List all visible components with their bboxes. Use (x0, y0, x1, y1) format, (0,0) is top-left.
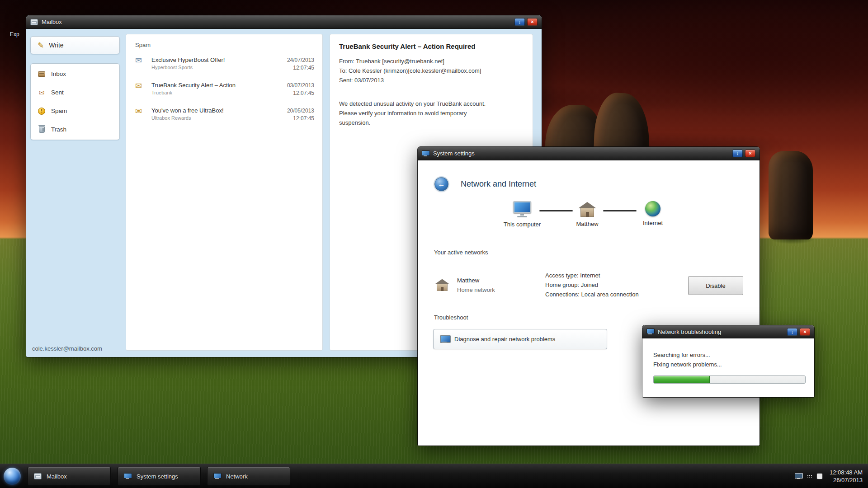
email-text: Exclusive HyperBoost Offer! Hyperboost S… (151, 56, 287, 70)
folder-list: Inbox ✉ Sent ! Spam Trash (30, 63, 120, 140)
minimize-button[interactable]: ↓ (732, 150, 743, 157)
settings-task-icon (124, 473, 132, 479)
house-icon (578, 201, 596, 217)
network-access-type: Access type: Internet (545, 271, 639, 280)
troubleshooter-status: Searching for errors... Fixing network p… (653, 350, 722, 369)
system-settings-window: System settings ↓ × ← Network and Intern… (418, 147, 760, 446)
window-controls: ↓ × (514, 18, 538, 26)
sidebar-item-sent[interactable]: ✉ Sent (31, 83, 119, 102)
network-kind: Home network (457, 285, 495, 295)
computer-icon (512, 201, 533, 218)
spam-icon: ! (38, 108, 46, 115)
map-node-label: Matthew (576, 221, 598, 227)
email-time: 12:07:45 (287, 64, 314, 72)
mailbox-titlebar[interactable]: Mailbox ↓ × (26, 15, 542, 29)
desktop-icon-label[interactable]: Exp (10, 31, 19, 38)
clock-date: 26/07/2013 (830, 476, 863, 484)
reader-subject: TrueBank Security Alert – Action Require… (339, 42, 524, 50)
sidebar-item-inbox[interactable]: Inbox (31, 65, 119, 83)
sidebar-item-spam[interactable]: ! Spam (31, 102, 119, 120)
minimize-button[interactable]: ↓ (514, 18, 525, 26)
reader-to: To: Cole Kessler (krimzon)[cole.kessler@… (339, 66, 524, 75)
taskbar-item-label: Network (226, 473, 248, 480)
map-node-label: This computer (504, 221, 541, 228)
list-folder-header: Spam (126, 34, 322, 54)
reader-sent: Sent: 03/07/2013 (339, 75, 524, 85)
network-name: Matthew (457, 276, 495, 285)
tray-network-icon[interactable] (795, 473, 802, 479)
map-node-label: Internet (643, 220, 663, 226)
taskbar-item-mailbox[interactable]: Mailbox (28, 467, 111, 486)
window-controls: ↓ × (787, 328, 810, 336)
envelope-open-icon: ✉ (135, 82, 151, 90)
mailbox-window-title: Mailbox (42, 19, 62, 25)
settings-titlebar[interactable]: System settings ↓ × (418, 147, 760, 160)
close-button[interactable]: × (745, 150, 755, 157)
back-button[interactable]: ← (434, 177, 448, 191)
email-row[interactable]: ✉ You've won a free UltraBox! Ultrabox R… (126, 104, 322, 130)
sent-icon: ✉ (38, 89, 46, 96)
settings-app-icon (422, 150, 429, 157)
close-button[interactable]: × (527, 18, 538, 26)
write-button[interactable]: ✎ Write (30, 36, 120, 54)
reader-body: We detected unusual activity on your Tru… (339, 99, 498, 127)
trash-icon (38, 126, 46, 133)
diagnose-button-label: Diagnose and repair network problems (454, 336, 555, 343)
map-node-home-network[interactable]: Matthew (560, 201, 614, 227)
mailbox-task-icon (34, 473, 42, 479)
tray-icons (795, 473, 822, 479)
system-tray: 12:08:48 AM 26/07/2013 (795, 464, 863, 488)
map-node-internet[interactable]: Internet (626, 201, 680, 226)
network-house-icon (435, 278, 449, 291)
email-subject: TrueBank Security Alert – Action (151, 82, 287, 89)
inbox-icon (38, 71, 46, 77)
page-title: Network and Internet (461, 179, 536, 189)
map-node-this-computer[interactable]: This computer (495, 201, 549, 228)
taskbar-item-system-settings[interactable]: System settings (118, 467, 201, 486)
folder-label: Sent (51, 89, 64, 96)
taskbar-item-label: System settings (137, 473, 178, 480)
pencil-icon: ✎ (38, 41, 44, 50)
troubleshooter-app-icon (646, 328, 654, 335)
sidebar-item-trash[interactable]: Trash (31, 120, 119, 139)
email-row[interactable]: ✉ TrueBank Security Alert – Action Trueb… (126, 79, 322, 104)
diagnose-icon (439, 335, 449, 343)
account-email: cole.kessler@mailbox.com (32, 345, 102, 352)
email-sender: Ultrabox Rewards (151, 115, 287, 121)
network-homegroup: Home group: Joined (545, 280, 639, 290)
disable-button[interactable]: Disable (688, 276, 743, 295)
email-row[interactable]: ✉ Exclusive HyperBoost Offer! Hyperboost… (126, 54, 322, 79)
email-time: 12:07:45 (287, 115, 314, 122)
taskbar-item-label: Mailbox (47, 473, 67, 480)
taskbar-clock[interactable]: 12:08:48 AM 26/07/2013 (830, 469, 863, 484)
settings-content: ← Network and Internet This computer Mat… (418, 160, 760, 446)
reader-meta: From: Truebank [security@truebank.net] T… (339, 56, 524, 85)
tray-status-dots-icon[interactable] (807, 474, 812, 479)
email-list-pane: Spam ✉ Exclusive HyperBoost Offer! Hyper… (126, 34, 323, 351)
email-sender: Hyperboost Sports (151, 65, 287, 70)
network-connections[interactable]: Connections: Local area connection (545, 290, 639, 299)
reader-from: From: Truebank [security@truebank.net] (339, 56, 524, 66)
start-button[interactable] (4, 468, 21, 485)
email-date: 24/07/2013 (287, 56, 314, 64)
diagnose-button[interactable]: Diagnose and repair network problems (433, 329, 607, 349)
email-date: 20/05/2013 (287, 107, 314, 115)
folder-label: Spam (51, 108, 67, 114)
close-button[interactable]: × (800, 328, 810, 336)
network-task-icon (213, 473, 221, 479)
folder-label: Trash (51, 126, 66, 133)
progress-bar (653, 375, 806, 384)
network-details: Access type: Internet Home group: Joined… (545, 271, 639, 299)
minimize-button[interactable]: ↓ (787, 328, 797, 336)
email-datetime: 20/05/2013 12:07:45 (287, 107, 314, 122)
taskbar-item-network[interactable]: Network (207, 467, 290, 486)
standing-stone (769, 151, 813, 239)
status-line: Searching for errors... (653, 350, 722, 360)
email-sender: Truebank (151, 90, 287, 95)
status-line: Fixing network problems... (653, 360, 722, 369)
troubleshooter-titlebar[interactable]: Network troubleshooting ↓ × (642, 325, 814, 338)
envelope-icon: ✉ (135, 56, 151, 65)
tray-panel-icon[interactable] (817, 474, 822, 479)
write-button-label: Write (49, 42, 63, 49)
troubleshooter-content: Searching for errors... Fixing network p… (642, 338, 814, 397)
